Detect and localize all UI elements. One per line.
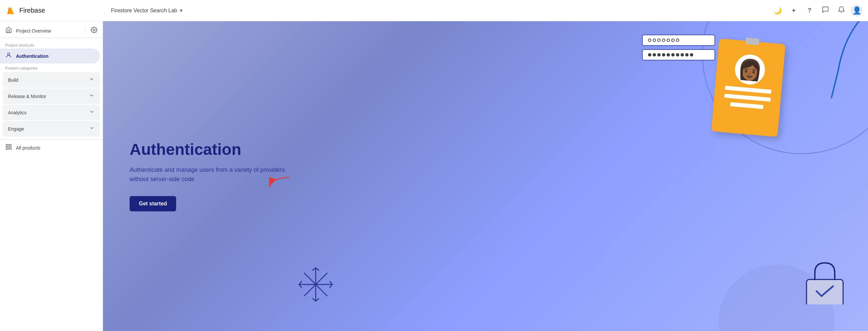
password-dots-1 (648, 38, 679, 42)
blue-curve-icon (778, 21, 868, 104)
sidebar-item-all-products[interactable]: All products (0, 139, 103, 156)
vertical-divider (85, 28, 85, 34)
project-shortcuts-label: Project shortcuts (0, 40, 103, 49)
sidebar: Project Overview Project shortcuts Authe… (0, 21, 103, 331)
dot (666, 53, 670, 57)
authentication-label: Authentication (16, 54, 49, 59)
dot (685, 53, 688, 57)
chat-button[interactable] (819, 4, 832, 17)
firebase-logo-icon (5, 5, 16, 16)
engage-chevron-icon (89, 125, 95, 132)
svg-point-1 (8, 53, 10, 55)
dot (662, 53, 665, 57)
id-card-line-2 (724, 94, 771, 102)
get-started-label: Get started (139, 201, 167, 207)
hero-section: Authentication Authenticate and manage u… (103, 21, 868, 331)
engage-label: Engage (8, 126, 24, 131)
dot (657, 38, 661, 42)
lock-icon (802, 258, 848, 304)
id-card-line-1 (725, 86, 772, 94)
password-fields-illustration (642, 35, 715, 64)
dot (690, 53, 693, 57)
svg-rect-4 (9, 148, 11, 150)
all-products-label: All products (16, 145, 40, 151)
main-layout: Project Overview Project shortcuts Authe… (0, 21, 868, 331)
main-content: Authentication Authenticate and manage u… (103, 21, 868, 331)
lock-illustration (802, 258, 848, 304)
dot (671, 53, 675, 57)
dot (653, 38, 656, 42)
dot (666, 38, 670, 42)
red-arrow-icon (266, 174, 292, 191)
release-monitor-label: Release & Monitor (8, 94, 46, 99)
avatar-icon: 👤 (852, 6, 861, 15)
home-icon (5, 27, 12, 35)
sidebar-item-engage[interactable]: Engage (3, 121, 100, 137)
project-overview-label: Project Overview (16, 28, 80, 34)
project-name: Firestore Vector Search Lab (111, 8, 177, 13)
sparkle-icon: ✦ (791, 7, 796, 14)
svg-rect-5 (6, 148, 8, 150)
hero-title: Authentication (130, 141, 302, 158)
dark-mode-icon: 🌙 (774, 7, 782, 14)
password-field-1 (642, 35, 715, 46)
project-selector[interactable]: Firestore Vector Search Lab ▾ (111, 7, 182, 13)
sidebar-item-build[interactable]: Build (3, 72, 100, 88)
dot (671, 38, 675, 42)
id-card-avatar: 👩🏾 (734, 53, 766, 86)
star-decoration-icon (296, 265, 336, 304)
sidebar-item-analytics[interactable]: Analytics (3, 105, 100, 120)
logo-area: Firebase (5, 5, 108, 16)
topbar-middle: Firestore Vector Search Lab ▾ (108, 7, 771, 13)
bell-icon (838, 6, 845, 15)
dot (648, 53, 651, 57)
notifications-button[interactable] (835, 4, 848, 17)
ai-button[interactable]: ✦ (787, 4, 800, 17)
help-button[interactable]: ? (803, 4, 816, 17)
grid-icon (5, 144, 12, 152)
sidebar-item-authentication[interactable]: Authentication (0, 49, 100, 63)
build-chevron-icon (89, 76, 95, 84)
chat-icon (822, 6, 829, 15)
dot (653, 53, 656, 57)
user-avatar[interactable]: 👤 (851, 5, 863, 17)
get-started-button[interactable]: Get started (130, 196, 176, 211)
analytics-label: Analytics (8, 110, 27, 115)
id-card-line-3 (730, 102, 764, 109)
app-name: Firebase (19, 7, 45, 14)
dot (648, 38, 651, 42)
sidebar-item-release-monitor[interactable]: Release & Monitor (3, 88, 100, 104)
svg-rect-2 (6, 145, 8, 147)
topbar-actions: 🌙 ✦ ? 👤 (771, 4, 863, 17)
dot (681, 53, 684, 57)
svg-rect-3 (9, 145, 11, 147)
svg-point-0 (93, 29, 95, 31)
dot (676, 53, 679, 57)
analytics-chevron-icon (89, 109, 95, 116)
id-card-illustration: 👩🏾 (711, 38, 785, 137)
dark-mode-button[interactable]: 🌙 (771, 4, 784, 17)
authentication-icon (5, 52, 12, 60)
password-field-2 (642, 49, 715, 60)
id-card-avatar-icon: 👩🏾 (736, 57, 763, 83)
project-overview-row[interactable]: Project Overview (0, 24, 103, 38)
release-monitor-chevron-icon (89, 92, 95, 100)
dot (676, 38, 679, 42)
product-categories-label: Product categories (0, 63, 103, 71)
build-label: Build (8, 78, 18, 83)
password-dots-2 (648, 53, 693, 57)
topbar: Firebase Firestore Vector Search Lab ▾ 🌙… (0, 0, 868, 21)
id-card-hook (745, 37, 760, 45)
project-chevron-icon: ▾ (180, 7, 182, 13)
dot (657, 53, 661, 57)
help-icon: ? (808, 7, 811, 14)
settings-icon[interactable] (91, 27, 97, 35)
svg-rect-11 (807, 279, 843, 304)
dot (662, 38, 665, 42)
